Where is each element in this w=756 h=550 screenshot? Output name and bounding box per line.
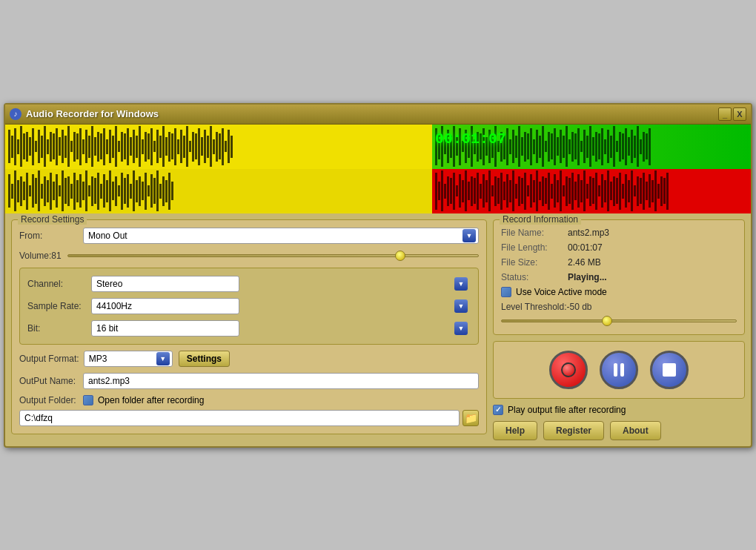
threshold-slider-container [501,315,737,327]
vu-bottom-row [5,169,751,213]
time-display: 00:01:07 [435,130,506,148]
open-folder-checkbox[interactable] [83,395,93,405]
volume-slider-thumb[interactable] [395,251,405,261]
play-after-row: ✓ Play output file after recording [493,405,745,415]
bit-dropdown-arrow [454,322,468,335]
minimize-button[interactable]: _ [718,107,732,121]
file-size-value: 2.46 MB [568,257,601,268]
output-format-select-container [84,351,173,367]
voice-active-label: Use Voice Active mode [516,287,607,297]
threshold-slider-track [501,319,737,322]
record-button[interactable] [549,351,588,389]
vu-top-row: 00:01:07 [5,125,751,169]
volume-label: Volume:81 [19,251,62,261]
sample-rate-dropdown-arrow [454,299,468,313]
bit-input[interactable] [91,320,239,337]
channel-settings-group: Channel: Sample Rate: [19,268,479,345]
folder-path-input[interactable] [19,410,460,426]
title-bar: ♪ Audio Recorder for Windows _ X [5,105,751,125]
sample-rate-select-container [91,298,471,314]
transport-controls-panel [493,341,745,399]
window-title: Audio Recorder for Windows [26,108,159,119]
close-button[interactable]: X [733,107,746,121]
sample-rate-input[interactable] [91,298,239,314]
file-length-row: File Length: 00:01:07 [501,242,737,253]
output-name-input[interactable] [83,373,479,389]
vu-green-right: 00:01:07 [432,125,751,169]
settings-button[interactable]: Settings [179,351,230,367]
waveform-bottom-left [5,169,432,213]
bit-select-container [91,320,471,337]
from-row: From: [19,228,479,244]
title-controls: _ X [718,107,746,121]
status-label: Status: [501,272,568,282]
open-folder-label: Open folder after recording [98,395,204,405]
file-size-row: File Size: 2.46 MB [501,257,737,268]
main-content: Record Settings From: Volume:81 [5,213,751,446]
bit-label: Bit: [27,323,87,334]
channel-dropdown-arrow [454,277,468,291]
browse-folder-button[interactable]: 📁 [462,410,479,426]
stop-button[interactable] [650,351,689,389]
stop-icon [663,363,676,377]
from-label: From: [19,231,79,241]
record-info-panel: Record Information File Name: ants2.mp3 … [493,219,745,335]
main-window: ♪ Audio Recorder for Windows _ X [4,103,752,448]
play-after-checkbox[interactable]: ✓ [493,405,503,415]
volume-slider-track [67,254,479,257]
waveform-bottom-right [432,169,751,213]
record-settings-group: Record Settings From: Volume:81 [11,219,487,434]
pause-bar-left [614,363,617,377]
left-panel: Record Settings From: Volume:81 [11,219,487,440]
folder-path-row: 📁 [19,410,479,426]
file-size-label: File Size: [501,257,568,268]
open-folder-checkbox-row: Open folder after recording [83,395,204,405]
bit-row: Bit: [27,320,471,337]
volume-slider-container [67,250,479,262]
threshold-slider-thumb[interactable] [602,316,612,326]
help-button[interactable]: Help [493,421,537,440]
about-button[interactable]: About [610,421,661,440]
output-name-label: OutPut Name: [19,376,79,386]
file-length-value: 00:01:07 [568,242,603,253]
register-button[interactable]: Register [543,421,604,440]
output-name-row: OutPut Name: [19,373,479,389]
voice-active-row: Use Voice Active mode [501,287,737,297]
output-format-row: Output Format: Settings [19,351,479,367]
sample-rate-row: Sample Rate: [27,298,471,314]
file-name-value: ants2.mp3 [568,228,609,238]
vu-yellow-bottom [5,169,432,213]
vu-yellow-left [5,125,432,169]
output-folder-label: Output Folder: [19,395,79,405]
play-after-label: Play output file after recording [508,405,626,415]
right-panel: Record Information File Name: ants2.mp3 … [493,219,745,440]
output-format-input[interactable] [84,351,173,367]
bottom-buttons: Help Register About [493,421,745,440]
output-folder-row: Output Folder: Open folder after recordi… [19,395,479,405]
output-format-label: Output Format: [19,354,79,364]
channel-row: Channel: [27,276,471,292]
pause-bar-right [620,363,624,377]
vu-red-bottom [432,169,751,213]
pause-icon [614,363,624,377]
voice-active-checkbox[interactable] [501,287,511,297]
threshold-label: Level Threshold:-50 db [501,302,592,312]
sample-rate-label: Sample Rate: [27,301,87,311]
file-name-row: File Name: ants2.mp3 [501,228,737,238]
channel-input[interactable] [91,276,239,292]
status-row: Status: Playing... [501,272,737,282]
title-bar-left: ♪ Audio Recorder for Windows [10,108,159,120]
file-name-label: File Name: [501,228,568,238]
app-icon: ♪ [10,108,21,120]
waveform-top-left [5,125,432,169]
record-dot-icon [561,362,576,377]
channel-label: Channel: [27,279,87,289]
record-info-title: Record Information [500,214,581,225]
output-format-controls: Settings [84,351,230,367]
pause-button[interactable] [600,351,638,389]
vu-meter-area: 00:01:07 [5,125,751,213]
from-input[interactable] [83,228,479,244]
status-value: Playing... [568,272,607,282]
threshold-row: Level Threshold:-50 db [501,302,737,327]
from-select-container [83,228,479,244]
